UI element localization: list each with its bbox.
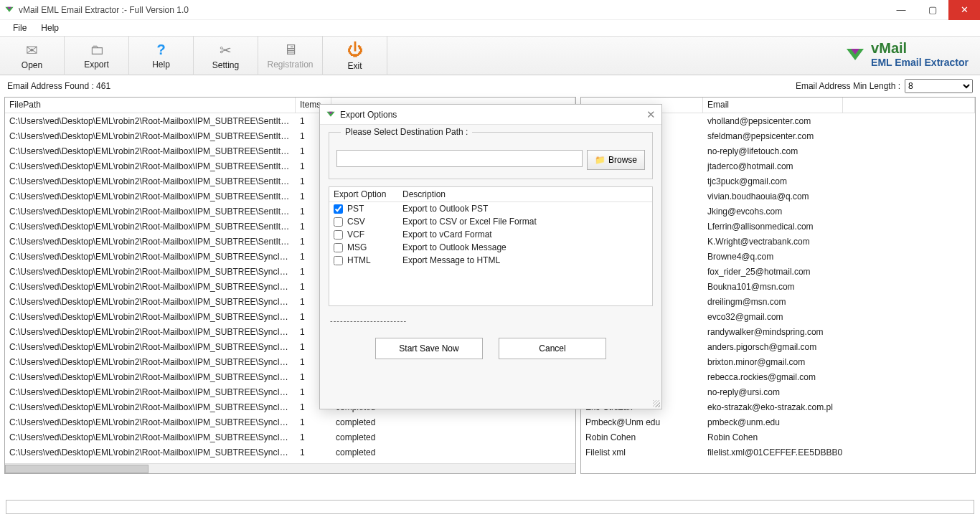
destination-path-input[interactable] xyxy=(336,150,583,167)
files-hscroll[interactable] xyxy=(5,463,575,473)
cell-email: Lferrin@allisonmedical.com xyxy=(703,221,975,232)
cell-email: Browne4@q.com xyxy=(703,251,975,262)
cell-email: K.Wright@vectrabank.com xyxy=(703,236,975,247)
window-title: vMail EML Email Extractor :- Full Versio… xyxy=(19,5,189,15)
cell-email: rebecca.rockies@gmail.com xyxy=(703,371,975,383)
export-option-row[interactable]: VCFExport to vCard Format xyxy=(329,228,652,241)
cell-filepath: C:\Users\ved\Desktop\EML\robin2\Root-Mai… xyxy=(5,402,296,413)
resize-grip[interactable] xyxy=(653,400,660,407)
cell-filepath: C:\Users\ved\Desktop\EML\robin2\Root-Mai… xyxy=(5,296,296,308)
cell-status: completed xyxy=(331,417,575,428)
col-filepath[interactable]: FilePath xyxy=(5,98,296,113)
minlen-select[interactable]: 8 xyxy=(905,79,973,93)
export-option-name: MSG xyxy=(347,242,367,252)
cell-email: Jking@evcohs.com xyxy=(703,206,975,217)
export-option-row[interactable]: HTMLExport Message to HTML xyxy=(329,254,652,267)
cell-name: Robin Cohen xyxy=(581,432,703,443)
table-row[interactable]: Pmbeck@Unm edupmbeck@unm.edu xyxy=(581,414,975,430)
register-icon: 🖥 xyxy=(283,42,298,58)
question-icon: ? xyxy=(156,42,165,58)
export-option-desc: Export to Outlook PST xyxy=(402,204,648,214)
cell-email: fox_rider_25@hotmail.com xyxy=(703,266,975,278)
cell-email: filelist.xml@01CEFFEF.EE5DBBB0 xyxy=(703,447,975,458)
close-button[interactable]: ✕ xyxy=(948,0,980,20)
export-option-checkbox[interactable] xyxy=(334,256,343,265)
help-button[interactable]: ?Help xyxy=(129,36,194,75)
status-box xyxy=(6,500,974,514)
cell-filepath: C:\Users\ved\Desktop\EML\robin2\Root-Mai… xyxy=(5,326,296,338)
cell-email: eko-strazak@eko-strazak.com.pl xyxy=(703,402,975,413)
folder-open-icon: 📁 xyxy=(595,155,606,165)
brand-sub: EML Email Extractor xyxy=(871,57,969,68)
col-blank[interactable] xyxy=(843,98,975,113)
export-option-name: PST xyxy=(347,204,364,214)
cell-filepath: C:\Users\ved\Desktop\EML\robin2\Root-Mai… xyxy=(5,236,296,247)
export-option-checkbox[interactable] xyxy=(334,243,343,252)
table-row[interactable]: C:\Users\ved\Desktop\EML\robin2\Root-Mai… xyxy=(5,414,575,430)
browse-button[interactable]: 📁Browse xyxy=(587,150,645,170)
setting-button[interactable]: ✂Setting xyxy=(194,36,258,75)
cell-items: 1 xyxy=(296,447,331,458)
cell-email: pmbeck@unm.edu xyxy=(703,417,975,428)
export-option-name: CSV xyxy=(347,217,365,227)
folder-icon: 🗀 xyxy=(90,42,104,58)
col-email[interactable]: Email xyxy=(703,98,843,113)
cell-filepath: C:\Users\ved\Desktop\EML\robin2\Root-Mai… xyxy=(5,281,296,293)
export-button[interactable]: 🗀Export xyxy=(65,36,129,75)
minimize-button[interactable]: — xyxy=(885,0,917,20)
cell-email: Robin Cohen xyxy=(703,432,975,443)
export-option-checkbox[interactable] xyxy=(334,230,343,239)
cell-status: completed xyxy=(331,447,575,458)
cell-filepath: C:\Users\ved\Desktop\EML\robin2\Root-Mai… xyxy=(5,221,296,232)
table-row[interactable]: C:\Users\ved\Desktop\EML\robin2\Root-Mai… xyxy=(5,430,575,445)
cell-filepath: C:\Users\ved\Desktop\EML\robin2\Root-Mai… xyxy=(5,356,296,368)
export-option-row[interactable]: MSGExport to Outlook Message xyxy=(329,241,652,254)
export-option-checkbox[interactable] xyxy=(334,217,343,227)
setting-label: Setting xyxy=(212,60,239,70)
cancel-button[interactable]: Cancel xyxy=(499,338,606,359)
exit-button[interactable]: ⏻Exit xyxy=(323,36,387,75)
menu-help[interactable]: Help xyxy=(34,22,66,34)
cell-email: evco32@gmail.com xyxy=(703,311,975,323)
table-row[interactable]: Robin CohenRobin Cohen xyxy=(581,430,975,445)
cell-email: tjc3puck@gmail.com xyxy=(703,176,975,187)
cell-filepath: C:\Users\ved\Desktop\EML\robin2\Root-Mai… xyxy=(5,115,296,127)
cell-filepath: C:\Users\ved\Desktop\EML\robin2\Root-Mai… xyxy=(5,266,296,278)
cell-filepath: C:\Users\ved\Desktop\EML\robin2\Root-Mai… xyxy=(5,251,296,262)
table-row[interactable]: Filelist xmlfilelist.xml@01CEFFEF.EE5DBB… xyxy=(581,445,975,460)
cell-filepath: C:\Users\ved\Desktop\EML\robin2\Root-Mai… xyxy=(5,341,296,353)
cell-filepath: C:\Users\ved\Desktop\EML\robin2\Root-Mai… xyxy=(5,131,296,142)
export-option-checkbox[interactable] xyxy=(334,204,343,214)
export-option-name: HTML xyxy=(347,255,371,265)
export-option-row[interactable]: CSVExport to CSV or Excel File Format xyxy=(329,215,652,228)
menubar: File Help xyxy=(0,20,980,36)
open-button[interactable]: ✉Open xyxy=(0,36,65,75)
cell-filepath: C:\Users\ved\Desktop\EML\robin2\Root-Mai… xyxy=(5,311,296,323)
dialog-close-button[interactable]: ✕ xyxy=(646,108,656,121)
dialog-title: Export Options xyxy=(340,110,397,120)
registration-button[interactable]: 🖥Registration xyxy=(258,36,323,75)
cell-email: sfeldman@pepsicenter.com xyxy=(703,131,975,142)
start-save-button[interactable]: Start Save Now xyxy=(375,338,483,359)
cell-filepath: C:\Users\ved\Desktop\EML\robin2\Root-Mai… xyxy=(5,146,296,157)
export-options-list: Export Option Description PSTExport to O… xyxy=(329,186,653,306)
export-option-desc: Export to CSV or Excel File Format xyxy=(402,217,648,227)
menu-file[interactable]: File xyxy=(6,22,34,34)
scroll-thumb[interactable] xyxy=(5,465,149,473)
destination-label: Please Select Destination Path : xyxy=(341,127,472,137)
found-label: Email Address Found : xyxy=(7,81,94,91)
export-option-desc: Export to Outlook Message xyxy=(402,242,648,252)
tools-icon: ✂ xyxy=(220,42,232,59)
minlen-label: Email Address Min Length : xyxy=(796,81,900,91)
table-row[interactable]: C:\Users\ved\Desktop\EML\robin2\Root-Mai… xyxy=(5,445,575,460)
brand: vMail EML Email Extractor xyxy=(845,40,969,68)
cell-email: no-reply@lifetouch.com xyxy=(703,146,975,157)
help-label: Help xyxy=(152,60,170,70)
maximize-button[interactable]: ▢ xyxy=(917,0,948,20)
window-controls: — ▢ ✕ xyxy=(885,0,980,20)
cell-filepath: C:\Users\ved\Desktop\EML\robin2\Root-Mai… xyxy=(5,191,296,202)
opt-col-option: Export Option xyxy=(329,187,398,201)
export-option-name: VCF xyxy=(347,229,364,239)
export-option-row[interactable]: PSTExport to Outlook PST xyxy=(329,202,652,215)
cell-email: dreilingm@msn.com xyxy=(703,296,975,308)
